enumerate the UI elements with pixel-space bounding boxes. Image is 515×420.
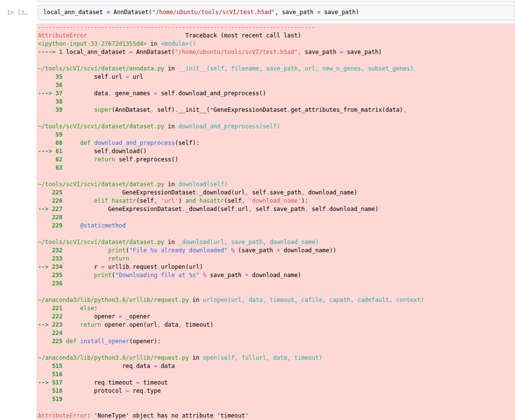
input-prompt: In [3… — [7, 9, 28, 17]
traceback-text: ----------------------------------------… — [38, 23, 513, 420]
error-output-area: ----------------------------------------… — [36, 23, 515, 420]
previous-cell-edge[interactable] — [38, 0, 515, 2]
input-code[interactable]: local_ann_dataset = AnnDataset("/home/ub… — [43, 9, 511, 16]
code-input-editor[interactable]: local_ann_dataset = AnnDataset("/home/ub… — [38, 5, 515, 20]
